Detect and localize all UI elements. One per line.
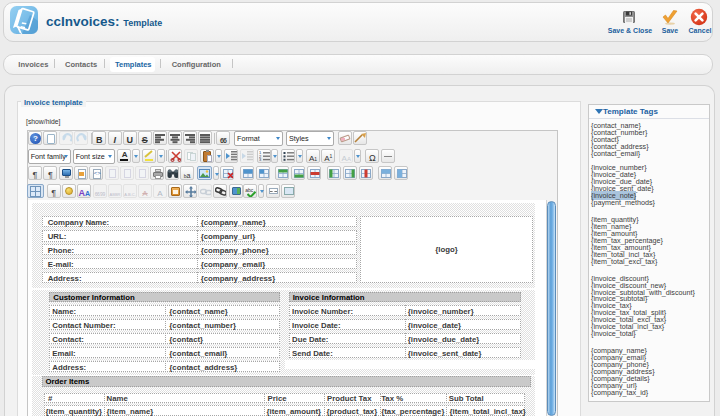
svg-text:3: 3 [259, 156, 262, 161]
